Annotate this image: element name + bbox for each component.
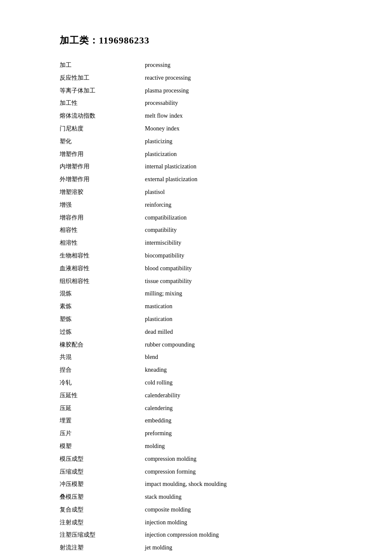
chinese-term: 内增塑作用 — [60, 160, 128, 173]
chinese-term: 捏合 — [60, 364, 128, 376]
english-term: impact moulding, shock moulding — [128, 478, 341, 491]
table-row: 共混blend — [60, 351, 341, 364]
english-term: molding — [128, 440, 341, 453]
chinese-term: 门尼粘度 — [60, 122, 128, 135]
english-term: plasma processing — [128, 84, 341, 97]
chinese-term: 熔体流动指数 — [60, 110, 128, 122]
chinese-term: 共混 — [60, 351, 128, 364]
chinese-term: 塑化 — [60, 135, 128, 148]
chinese-term: 压延性 — [60, 389, 128, 402]
english-term: milling; mixing — [128, 287, 341, 300]
english-term: kneading — [128, 364, 341, 376]
table-row: 模塑molding — [60, 440, 341, 453]
table-row: 模压成型compression molding — [60, 453, 341, 465]
table-row: 门尼粘度Mooney index — [60, 122, 341, 135]
chinese-term: 组织相容性 — [60, 275, 128, 288]
table-row: 相溶性intermiscibility — [60, 237, 341, 249]
chinese-term: 外增塑作用 — [60, 173, 128, 186]
table-row: 冲压模塑impact moulding, shock moulding — [60, 478, 341, 491]
english-term: compatibilization — [128, 211, 341, 224]
english-term: plasticizing — [128, 135, 341, 148]
table-row: 生物相容性biocompatibility — [60, 249, 341, 262]
english-term: dead milled — [128, 326, 341, 338]
english-term: reactive processing — [128, 72, 341, 84]
title-id: 1196986233 — [99, 35, 150, 46]
english-term: reinforcing — [128, 199, 341, 211]
chinese-term: 增强 — [60, 199, 128, 211]
chinese-term: 增塑作用 — [60, 148, 128, 161]
english-term: rubber compounding — [128, 338, 341, 351]
chinese-term: 叠模压塑 — [60, 491, 128, 503]
chinese-term: 冲压模塑 — [60, 478, 128, 491]
english-term: tissue compatibility — [128, 275, 341, 288]
chinese-term: 射流注塑 — [60, 541, 128, 554]
english-term: plasticization — [128, 148, 341, 161]
chinese-term: 等离子体加工 — [60, 84, 128, 97]
table-row: 外增塑作用external plasticization — [60, 173, 341, 186]
english-term: compression forming — [128, 465, 341, 478]
english-term: melt flow index — [128, 110, 341, 122]
table-row: 组织相容性tissue compatibility — [60, 275, 341, 288]
english-term: calendering — [128, 402, 341, 415]
table-row: 内增塑作用internal plasticization — [60, 160, 341, 173]
table-row: 注射成型injection molding — [60, 516, 341, 529]
english-term: biocompatibility — [128, 249, 341, 262]
table-row: 捏合kneading — [60, 364, 341, 376]
table-row: 加工性processability — [60, 97, 341, 110]
english-term: processing — [128, 59, 341, 72]
table-row: 过炼dead milled — [60, 326, 341, 338]
table-row: 熔体流动指数melt flow index — [60, 110, 341, 122]
english-term: blood compatibility — [128, 262, 341, 275]
table-row: 增塑溶胶plastisol — [60, 186, 341, 199]
table-row: 相容性compatibility — [60, 224, 341, 237]
table-row: 素炼mastication — [60, 300, 341, 313]
table-row: 塑化plasticizing — [60, 135, 341, 148]
chinese-term: 模塑 — [60, 440, 128, 453]
chinese-term: 塑炼 — [60, 313, 128, 326]
chinese-term: 相溶性 — [60, 237, 128, 249]
table-row: 加工processing — [60, 59, 341, 72]
table-row: 橡胶配合rubber compounding — [60, 338, 341, 351]
chinese-term: 相容性 — [60, 224, 128, 237]
chinese-term: 冷轧 — [60, 376, 128, 389]
term-table: 加工processing反应性加工reactive processing等离子体… — [60, 59, 341, 555]
english-term: intermiscibility — [128, 237, 341, 249]
english-term: internal plasticization — [128, 160, 341, 173]
table-row: 混炼milling; mixing — [60, 287, 341, 300]
chinese-term: 模压成型 — [60, 453, 128, 465]
table-row: 增容作用compatibilization — [60, 211, 341, 224]
table-row: 等离子体加工plasma processing — [60, 84, 341, 97]
chinese-term: 埋置 — [60, 414, 128, 427]
table-row: 埋置embedding — [60, 414, 341, 427]
table-row: 反应性加工reactive processing — [60, 72, 341, 84]
chinese-term: 反应性加工 — [60, 72, 128, 84]
chinese-term: 增容作用 — [60, 211, 128, 224]
english-term: Mooney index — [128, 122, 341, 135]
table-row: 塑炼plastication — [60, 313, 341, 326]
chinese-term: 复合成型 — [60, 503, 128, 516]
table-row: 冷轧cold rolling — [60, 376, 341, 389]
english-term: embedding — [128, 414, 341, 427]
table-row: 增强reinforcing — [60, 199, 341, 211]
english-term: processability — [128, 97, 341, 110]
table-row: 复合成型composite molding — [60, 503, 341, 516]
table-row: 压片preforming — [60, 427, 341, 440]
chinese-term: 压片 — [60, 427, 128, 440]
table-row: 血液相容性blood compatibility — [60, 262, 341, 275]
chinese-term: 加工 — [60, 59, 128, 72]
english-term: plastication — [128, 313, 341, 326]
table-row: 增塑作用plasticization — [60, 148, 341, 161]
chinese-term: 压延 — [60, 402, 128, 415]
english-term: injection molding — [128, 516, 341, 529]
chinese-term: 血液相容性 — [60, 262, 128, 275]
english-term: cold rolling — [128, 376, 341, 389]
chinese-term: 生物相容性 — [60, 249, 128, 262]
table-row: 叠模压塑stack moulding — [60, 491, 341, 503]
english-term: composite molding — [128, 503, 341, 516]
table-row: 压延calendering — [60, 402, 341, 415]
english-term: mastication — [128, 300, 341, 313]
table-row: 压缩成型compression forming — [60, 465, 341, 478]
chinese-term: 压缩成型 — [60, 465, 128, 478]
english-term: stack moulding — [128, 491, 341, 503]
english-term: jet molding — [128, 541, 341, 554]
